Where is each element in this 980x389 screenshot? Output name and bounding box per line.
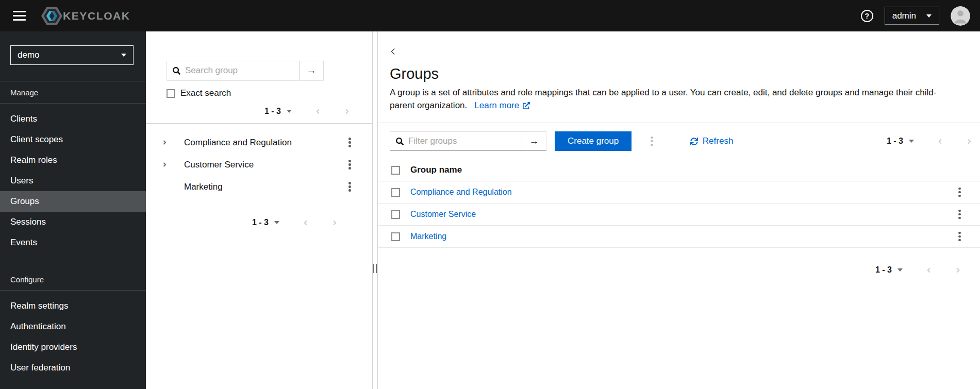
pagination-prev-button[interactable] <box>937 138 943 145</box>
sidebar-item-identity-providers[interactable]: Identity providers <box>0 337 146 358</box>
tree-item-label: Customer Service <box>184 160 254 170</box>
masthead: KEYCLOAK ? admin <box>0 0 980 31</box>
sidebar-item-events[interactable]: Events <box>0 232 146 253</box>
filter-groups-input[interactable] <box>408 136 522 146</box>
sidebar-item-realm-settings[interactable]: Realm settings <box>0 296 146 316</box>
table-row: Marketing <box>378 226 980 248</box>
avatar-icon <box>951 6 970 26</box>
nav-section-configure: Configure <box>0 268 146 290</box>
kebab-menu[interactable] <box>345 157 355 172</box>
global-nav-toggle-button[interactable] <box>10 7 29 25</box>
groups-table: Group name Compliance and Regulation Cus… <box>378 159 980 248</box>
sidebar-item-groups[interactable]: Groups <box>0 191 146 212</box>
kebab-menu[interactable] <box>955 207 965 222</box>
group-search-input-group: → <box>167 61 324 80</box>
back-button[interactable] <box>390 48 396 57</box>
keycloak-admin-console: KEYCLOAK ? admin demo <box>0 0 980 389</box>
pagination-menu-toggle[interactable]: 1 - 3 <box>887 133 914 149</box>
table-pagination-bottom: 1 - 3 <box>378 262 980 278</box>
kebab-menu[interactable] <box>955 185 965 200</box>
pagination-menu-toggle[interactable]: 1 - 3 <box>264 103 292 120</box>
keycloak-brand: KEYCLOAK <box>41 7 130 25</box>
select-all-checkbox[interactable] <box>391 166 400 175</box>
table-row: Customer Service <box>378 204 980 226</box>
pagination-range: 1 - 3 <box>875 265 892 275</box>
filter-submit-button[interactable]: → <box>522 132 546 150</box>
group-search-box <box>167 61 299 80</box>
row-checkbox[interactable] <box>391 188 400 197</box>
help-icon[interactable]: ? <box>861 10 873 22</box>
pagination-range: 1 - 3 <box>264 107 281 116</box>
kebab-menu[interactable] <box>345 179 355 194</box>
toolbar-kebab-menu[interactable] <box>647 134 657 149</box>
kebab-menu[interactable] <box>955 229 965 244</box>
exact-search-row: Exact search <box>167 88 372 98</box>
refresh-button[interactable]: Refresh <box>690 136 734 146</box>
create-group-button[interactable]: Create group <box>555 131 632 151</box>
angle-right-icon <box>344 108 351 115</box>
chevron-right-icon[interactable] <box>162 161 176 168</box>
sidebar-item-sessions[interactable]: Sessions <box>0 212 146 232</box>
group-link[interactable]: Compliance and Regulation <box>410 188 512 197</box>
sidebar-item-clients[interactable]: Clients <box>0 109 146 129</box>
sidebar-item-users[interactable]: Users <box>0 171 146 191</box>
tree-pagination-bottom: 1 - 3 <box>146 214 372 231</box>
keycloak-logo-icon <box>41 7 62 25</box>
refresh-icon <box>690 138 698 145</box>
learn-more-link[interactable]: Learn more <box>474 99 530 112</box>
search-icon <box>173 67 180 75</box>
sidebar-item-user-federation[interactable]: User federation <box>0 358 146 378</box>
exact-search-checkbox[interactable] <box>167 89 175 98</box>
tree-item-customer-service[interactable]: Customer Service <box>146 154 372 176</box>
search-group-input[interactable] <box>185 65 299 76</box>
page-description: A group is a set of attributes and role … <box>390 86 952 112</box>
panel-resize-splitter[interactable] <box>373 31 377 389</box>
angle-right-icon <box>331 219 338 227</box>
column-header-group-name: Group name <box>410 165 462 175</box>
pagination-next-button[interactable] <box>955 266 961 274</box>
angle-left-icon <box>302 219 309 227</box>
username: admin <box>892 11 916 21</box>
kebab-menu[interactable] <box>345 135 355 150</box>
tree-pagination-top: 1 - 3 <box>146 103 372 120</box>
angle-left-icon <box>314 108 321 115</box>
user-menu-dropdown[interactable]: admin <box>885 7 939 25</box>
group-link[interactable]: Marketing <box>410 232 446 241</box>
angle-left-icon <box>937 138 943 145</box>
row-checkbox[interactable] <box>391 232 400 241</box>
pagination-next-button[interactable] <box>966 138 973 145</box>
app-body: demo Manage Clients Client scopes Realm … <box>0 31 980 389</box>
row-checkbox[interactable] <box>391 210 400 219</box>
pagination-menu-toggle[interactable]: 1 - 3 <box>875 262 903 278</box>
tree-item-compliance-and-regulation[interactable]: Compliance and Regulation <box>146 131 372 154</box>
sidebar-item-client-scopes[interactable]: Client scopes <box>0 129 146 150</box>
pagination-menu-toggle[interactable]: 1 - 3 <box>252 214 279 231</box>
sidebar-item-authentication[interactable]: Authentication <box>0 316 146 337</box>
pagination-next-button[interactable] <box>331 219 338 227</box>
tree-item-marketing[interactable]: Marketing <box>146 176 372 198</box>
chevron-left-icon <box>390 48 396 55</box>
group-link[interactable]: Customer Service <box>410 210 476 219</box>
search-icon <box>396 138 404 145</box>
caret-down-icon <box>909 140 914 143</box>
current-realm: demo <box>18 50 40 60</box>
avatar[interactable] <box>951 6 970 26</box>
pagination-range: 1 - 3 <box>887 137 903 146</box>
pagination-prev-button[interactable] <box>302 219 309 227</box>
realm-selector[interactable]: demo <box>10 45 134 65</box>
pagination-range: 1 - 3 <box>252 218 269 227</box>
caret-down-icon <box>898 268 903 272</box>
toolbar-divider <box>673 131 673 151</box>
table-row: Compliance and Regulation <box>378 181 980 204</box>
groups-tree: Compliance and Regulation Customer Servi… <box>146 124 372 198</box>
pagination-prev-button[interactable] <box>314 108 321 115</box>
nav-list-configure: Realm settings Authentication Identity p… <box>0 291 146 378</box>
search-submit-button[interactable]: → <box>299 61 323 80</box>
pagination-next-button[interactable] <box>344 108 351 115</box>
caret-down-icon <box>121 54 126 57</box>
chevron-right-icon[interactable] <box>162 139 176 146</box>
angle-right-icon <box>955 266 961 274</box>
table-pagination-top: 1 - 3 <box>887 133 973 149</box>
sidebar-item-realm-roles[interactable]: Realm roles <box>0 150 146 171</box>
pagination-prev-button[interactable] <box>925 266 932 274</box>
